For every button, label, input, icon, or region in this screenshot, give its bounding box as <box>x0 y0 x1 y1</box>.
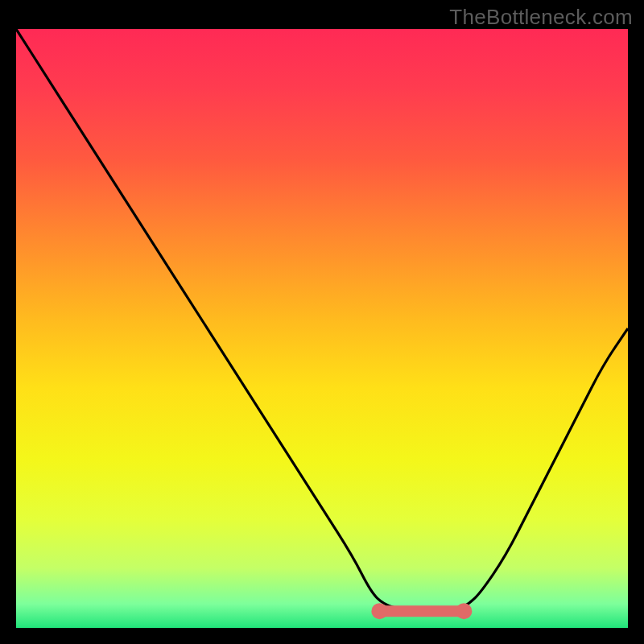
plot-area <box>16 29 628 628</box>
marker-layer <box>16 29 628 628</box>
chart-canvas: TheBottleneck.com <box>0 0 644 644</box>
watermark-text: TheBottleneck.com <box>449 5 633 30</box>
svg-point-1 <box>371 603 387 619</box>
optimal-range-marker <box>371 603 472 619</box>
svg-point-2 <box>456 603 472 619</box>
